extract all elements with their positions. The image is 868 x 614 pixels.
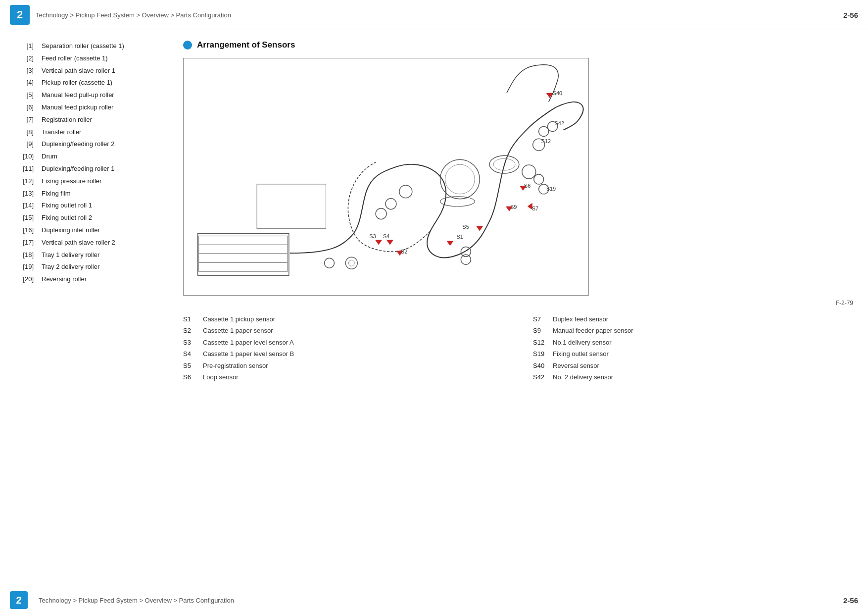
part-id: [17]: [15, 237, 40, 249]
part-label: Duplexing/feeding roller 1: [40, 163, 163, 175]
sensor-desc: Cassette 1 paper level sensor A: [203, 337, 294, 348]
part-label: Vertical path slave roller 2: [40, 237, 163, 249]
sensor-code: S3: [183, 337, 198, 348]
sensor-code: S9: [533, 325, 548, 336]
parts-list-item: [3] Vertical path slave roller 1: [15, 65, 163, 77]
svg-text:S6: S6: [524, 183, 530, 189]
part-id: [7]: [15, 114, 40, 126]
svg-point-9: [325, 258, 335, 268]
svg-rect-3: [199, 262, 288, 271]
part-label: Duplexing/feeding roller 2: [40, 138, 163, 151]
chapter-badge: 2: [10, 5, 30, 25]
parts-list-item: [12] Fixing pressure roller: [15, 175, 163, 188]
parts-list-item: [16] Duplexing inlet roller: [15, 224, 163, 237]
diagram-container: S3 S4 S2 S1 S5 S9 S7: [183, 58, 589, 296]
parts-list-item: [6] Manual feed pickup roller: [15, 102, 163, 114]
part-id: [5]: [15, 89, 40, 102]
parts-list-item: [10] Drum: [15, 151, 163, 163]
sensor-code: S12: [533, 337, 548, 348]
svg-point-29: [534, 174, 544, 184]
sensor-code: S5: [183, 360, 198, 371]
sensors-left-column: S1Cassette 1 pickup sensorS2Cassette 1 p…: [183, 313, 503, 383]
sensor-row: S6Loop sensor: [183, 371, 503, 383]
svg-text:S1: S1: [456, 234, 463, 240]
parts-list-item: [20] Reversing roller: [15, 273, 163, 286]
part-id: [20]: [15, 273, 40, 286]
section-dot: [183, 41, 192, 50]
sensor-desc: Reversal sensor: [553, 360, 599, 371]
sensor-desc: Cassette 1 pickup sensor: [203, 313, 275, 325]
parts-list-item: [19] Tray 2 delivery roller: [15, 261, 163, 273]
sensor-desc: No.1 delivery sensor: [553, 337, 612, 348]
svg-rect-1: [199, 245, 288, 254]
sensor-desc: Loop sensor: [203, 371, 239, 383]
svg-point-17: [461, 247, 471, 256]
parts-list-item: [11] Duplexing/feeding roller 1: [15, 163, 163, 175]
svg-point-44: [445, 164, 475, 194]
svg-rect-39: [257, 184, 326, 229]
section-title-text: Arrangement of Sensors: [197, 40, 295, 50]
header-bar: 2 Technology > Pickup Feed System > Over…: [0, 0, 868, 30]
svg-text:S12: S12: [541, 138, 551, 144]
sensors-right-column: S7Duplex feed sensorS9Manual feeder pape…: [533, 313, 853, 383]
part-label: Tray 2 delivery roller: [40, 261, 163, 273]
sensor-section: Arrangement of Sensors: [183, 40, 853, 383]
part-id: [1]: [15, 40, 40, 52]
svg-text:S19: S19: [546, 186, 556, 192]
svg-point-43: [440, 159, 480, 199]
parts-list-item: [4] Pickup roller (cassette 1): [15, 77, 163, 89]
sensor-diagram-svg: S3 S4 S2 S1 S5 S9 S7: [184, 58, 588, 295]
part-id: [4]: [15, 77, 40, 89]
part-id: [19]: [15, 261, 40, 273]
sensor-code: S2: [183, 325, 198, 336]
footer-chapter-badge: 2: [10, 591, 28, 609]
sensor-row: S9Manual feeder paper sensor: [533, 325, 853, 336]
svg-text:S4: S4: [383, 233, 389, 239]
parts-list-item: [9] Duplexing/feeding roller 2: [15, 138, 163, 151]
part-label: Feed roller (cassette 1): [40, 52, 163, 65]
sensor-row: S19Fixing outlet sensor: [533, 348, 853, 359]
part-label: Reversing roller: [40, 273, 163, 286]
sensor-desc: Fixing outlet sensor: [553, 348, 609, 359]
sensor-code: S1: [183, 313, 198, 325]
part-label: Manual feed pull-up roller: [40, 89, 163, 102]
sensor-row: S12No.1 delivery sensor: [533, 337, 853, 348]
svg-rect-4: [198, 234, 289, 276]
parts-list-item: [2] Feed roller (cassette 1): [15, 52, 163, 65]
svg-text:S5: S5: [462, 224, 469, 230]
part-id: [16]: [15, 224, 40, 237]
part-id: [10]: [15, 151, 40, 163]
svg-text:S3: S3: [369, 233, 376, 239]
svg-point-40: [376, 208, 386, 219]
svg-marker-12: [386, 240, 393, 245]
part-label: Drum: [40, 151, 163, 163]
sensor-row: S7Duplex feed sensor: [533, 313, 853, 325]
footer-bar: 2 Technology > Pickup Feed System > Over…: [0, 586, 868, 614]
parts-list-item: [15] Fixing outlet roll 2: [15, 212, 163, 224]
sensor-code: S4: [183, 348, 198, 359]
svg-text:S9: S9: [510, 204, 517, 210]
parts-list-item: [14] Fixing outlet roll 1: [15, 200, 163, 212]
part-id: [13]: [15, 188, 40, 200]
part-label: Registration roller: [40, 114, 163, 126]
svg-marker-16: [446, 241, 453, 246]
svg-rect-2: [199, 254, 288, 262]
part-label: Separation roller (cassette 1): [40, 40, 163, 52]
parts-list-item: [18] Tray 1 delivery roller: [15, 249, 163, 261]
sensor-desc: No. 2 delivery sensor: [553, 371, 613, 383]
svg-point-41: [386, 199, 396, 209]
sensor-desc: Cassette 1 paper sensor: [203, 325, 273, 336]
part-id: [8]: [15, 126, 40, 139]
parts-list-item: [1] Separation roller (cassette 1): [15, 40, 163, 52]
part-id: [3]: [15, 65, 40, 77]
part-id: [11]: [15, 163, 40, 175]
sensor-row: S40Reversal sensor: [533, 360, 853, 371]
part-id: [2]: [15, 52, 40, 65]
svg-text:S2: S2: [401, 249, 407, 255]
parts-table: [1] Separation roller (cassette 1) [2] F…: [15, 40, 163, 286]
sensor-row: S5Pre-registration sensor: [183, 360, 503, 371]
svg-point-8: [348, 260, 354, 266]
sensor-row: S4Cassette 1 paper level sensor B: [183, 348, 503, 359]
part-label: Vertical path slave roller 1: [40, 65, 163, 77]
sensor-row: S42No. 2 delivery sensor: [533, 371, 853, 383]
